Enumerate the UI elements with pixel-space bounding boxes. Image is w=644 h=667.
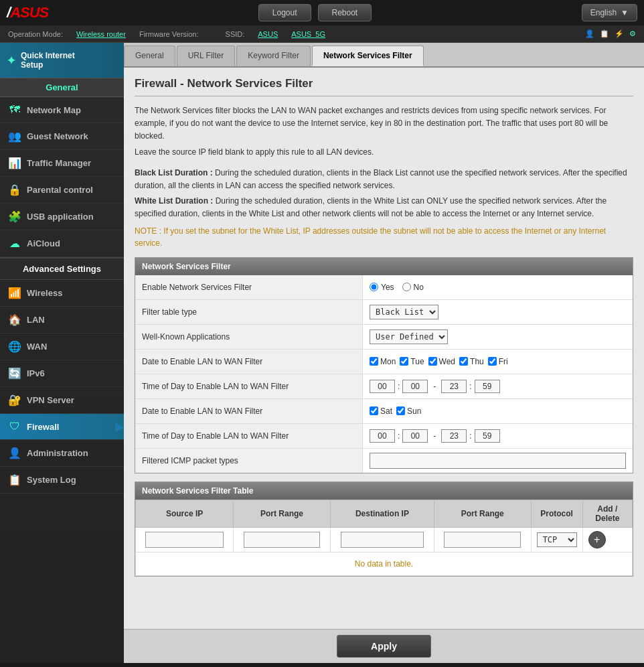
col-source-ip: Source IP [136,500,234,527]
time-wd-from-m[interactable] [402,380,428,393]
radio-yes-label[interactable]: Yes [370,283,394,292]
sidebar-item-aicloud[interactable]: ☁ AiCloud [0,230,124,257]
sidebar-item-wireless[interactable]: 📶 Wireless [0,280,124,307]
cb-tue[interactable] [400,357,408,366]
reboot-button[interactable]: Reboot [318,4,372,21]
sidebar-item-label: WAN [27,342,47,352]
tab-url-filter[interactable]: URL Filter [177,46,236,66]
cb-sat[interactable] [370,406,378,415]
cb-thu-label[interactable]: Thu [459,357,484,366]
sidebar-item-label: VPN Server [27,395,74,405]
filter-table-type-select[interactable]: Black List White List [370,305,438,319]
cb-fri[interactable] [488,357,497,366]
time-wd-from-h[interactable] [370,380,395,393]
sidebar-item-administration[interactable]: 👤 Administration [0,440,124,467]
time-wd-to-m[interactable] [475,380,500,393]
protocol-cell-inner: TCP UDP BOTH [537,532,577,547]
time-weekdays-label: Time of Day to Enable LAN to WAN Filter [135,374,363,398]
sidebar-item-firewall[interactable]: 🛡 Firewall [0,414,124,440]
protocol-select[interactable]: TCP UDP BOTH [537,532,577,547]
cb-sun[interactable] [396,406,405,415]
general-section-header: General [0,78,124,97]
quick-setup-icon: ✦ [7,54,15,67]
add-row-button[interactable]: + [588,531,606,548]
logout-button[interactable]: Logout [258,4,311,21]
quick-internet-setup[interactable]: ✦ Quick Internet Setup [0,43,124,78]
duration-block: Black List Duration : During the schedul… [135,167,633,221]
sidebar-item-lan[interactable]: 🏠 LAN [0,307,124,334]
sidebar-item-ipv6[interactable]: 🔄 IPv6 [0,360,124,387]
tab-network-services-filter[interactable]: Network Services Filter [312,46,424,66]
advanced-settings-header: Advanced Settings [0,257,124,280]
settings-icon[interactable]: ⚙ [629,29,636,38]
radio-no-label[interactable]: No [402,283,424,292]
cb-mon-label[interactable]: Mon [370,357,396,366]
input-source-ip[interactable] [145,532,223,548]
sidebar-item-label: USB application [27,212,94,222]
time-weekdays-value: : - : [363,376,633,397]
input-port-range-src[interactable] [244,532,321,548]
sidebar-item-usb-application[interactable]: 🧩 USB application [0,204,124,230]
desc-p1: The Network Services filter blocks the L… [135,104,633,143]
network-map-icon: 🗺 [8,104,21,116]
sidebar-item-wan[interactable]: 🌐 WAN [0,334,124,360]
cb-fri-label[interactable]: Fri [488,357,508,366]
user-icon[interactable]: 👤 [585,29,594,38]
ssid-2g[interactable]: ASUS [258,30,278,38]
sidebar-item-parental-control[interactable]: 🔒 Parental control [0,177,124,204]
radio-yes[interactable] [370,283,378,291]
cb-wed-label[interactable]: Wed [428,357,455,366]
tab-keyword-filter[interactable]: Keyword Filter [236,46,311,66]
sidebar-item-label: Guest Network [27,131,88,141]
time-we-sep1: : [398,431,400,441]
time-weekend-row: Time of Day to Enable LAN to WAN Filter … [135,424,633,449]
cell-port-range-dst [434,527,531,552]
tab-general[interactable]: General [124,46,175,66]
guest-network-icon: 👥 [8,130,21,143]
status-icons: 👤 📋 ⚡ ⚙ [585,29,636,38]
copy-icon[interactable]: 📋 [600,29,609,38]
desc-p2: Leave the source IP field blank to apply… [135,146,633,159]
time-we-from-h[interactable] [370,429,395,443]
administration-icon: 👤 [8,447,21,459]
apply-button[interactable]: Apply [337,635,431,658]
input-port-range-dst[interactable] [444,532,521,548]
sidebar-item-network-map[interactable]: 🗺 Network Map [0,97,124,123]
cb-wed[interactable] [428,357,437,366]
time-wd-to-h[interactable] [441,380,467,393]
time-wd-sep1: : [398,382,400,391]
date-weekend-row: Date to Enable LAN to WAN Filter Sat Sun [135,399,633,424]
well-known-apps-select[interactable]: User Defined HTTP (80) HTTPS (443) FTP (… [370,329,448,344]
time-we-sep2: : [469,431,471,441]
icmp-input[interactable] [370,453,626,469]
time-we-to-h[interactable] [441,429,467,443]
ssid-5g[interactable]: ASUS_5G [291,30,325,38]
sidebar-item-guest-network[interactable]: 👥 Guest Network [0,123,124,150]
sidebar-item-vpn-server[interactable]: 🔐 VPN Server [0,387,124,414]
lang-label: English [590,8,617,17]
system-log-icon: 📋 [8,473,21,486]
input-dest-ip[interactable] [341,532,424,548]
sidebar-item-label: Parental control [27,185,93,195]
language-button[interactable]: English ▼ [582,4,637,21]
date-weekdays-row: Date to Enable LAN to WAN Filter Mon Tue… [135,350,633,374]
time-we-to-m[interactable] [475,429,500,443]
col-add-delete: Add / Delete [582,500,632,527]
cb-sat-label[interactable]: Sat [370,406,392,416]
usb-icon[interactable]: ⚡ [615,29,624,38]
cb-tue-label[interactable]: Tue [400,357,424,366]
cell-add-delete: + [582,527,632,552]
sidebar-item-system-log[interactable]: 📋 System Log [0,467,124,494]
op-mode-label: Operation Mode: [8,30,63,38]
time-we-from-m[interactable] [402,429,428,443]
blacklist-label: Black List Duration : [135,168,213,177]
sidebar-item-traffic-manager[interactable]: 📊 Traffic Manager [0,150,124,177]
cb-thu[interactable] [459,357,468,366]
cb-mon[interactable] [370,357,378,366]
time-weekdays-inputs: : - : [370,380,500,393]
op-mode-value[interactable]: Wireless router [76,30,126,38]
whitelist-duration: White List Duration : During the schedul… [135,195,633,220]
cb-sun-label[interactable]: Sun [396,406,421,416]
radio-no[interactable] [402,283,411,291]
top-bar: /ASUS Logout Reboot English ▼ [0,0,644,25]
